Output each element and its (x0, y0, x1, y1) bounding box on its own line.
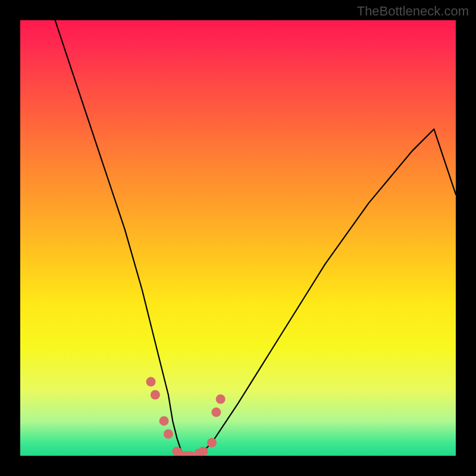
highlight-dot (164, 429, 173, 439)
highlight-dot (207, 438, 217, 447)
bottleneck-curve (55, 20, 456, 456)
highlight-dot (211, 408, 221, 417)
highlight-dot (146, 377, 156, 387)
highlight-dot (151, 390, 160, 400)
plot-gradient-background (20, 20, 456, 456)
highlight-dot (216, 394, 226, 404)
highlight-dot (159, 416, 169, 425)
watermark-text: TheBottleneck.com (357, 4, 469, 19)
highlight-dot (198, 447, 208, 456)
highlight-markers (146, 377, 226, 456)
chart-svg (20, 20, 456, 456)
